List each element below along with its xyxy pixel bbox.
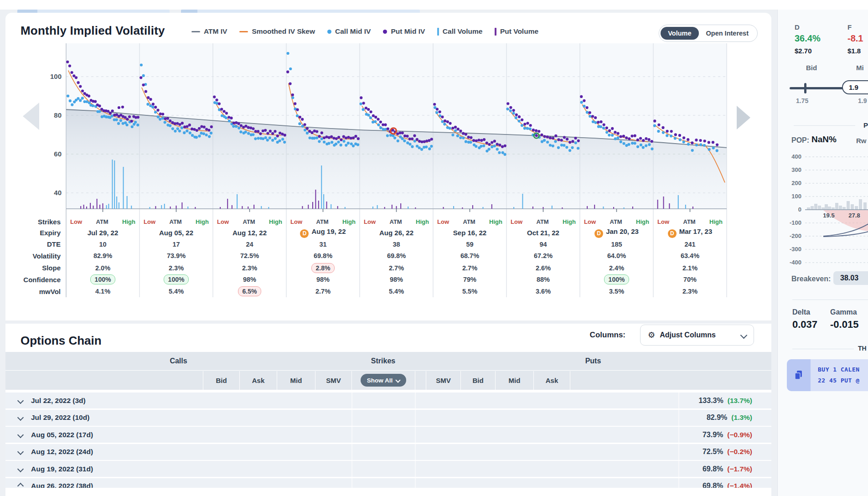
exp-cell-slope: 2.3% — [213, 264, 286, 272]
svg-text:-100: -100 — [790, 219, 801, 226]
breakeven-label: Breakeven: — [791, 275, 831, 283]
strikes-filter-cell: Show All — [351, 371, 415, 390]
exp-row-strikes: StrikesLowATMHighLowATMHighLowATMHighLow… — [5, 217, 727, 227]
chain-expiry-row[interactable]: Aug 19, 2022 (31d)69.8%(−1.7%) — [5, 461, 771, 477]
confidence-badge: 100% — [604, 274, 630, 284]
chain-expiry-date: Jul 22, 2022 (3d) — [31, 397, 86, 405]
price-slider-bid-tick[interactable] — [804, 83, 806, 93]
exp-cell-volatility: 73.9% — [140, 252, 213, 259]
strike-atm-label: ATM — [463, 218, 475, 225]
chain-expiry-row[interactable]: Aug 12, 2022 (24d)72.5%(−0.2%) — [5, 444, 771, 460]
greek-value-gamma: -0.015 — [830, 319, 858, 331]
exp-row-label: Confidence — [5, 276, 66, 284]
exp-cell-dte: 59 — [433, 241, 506, 248]
exp-cell-dte: 241 — [653, 241, 727, 248]
strike-high-label: High — [269, 218, 282, 225]
call-col-bid: Bid — [203, 371, 239, 390]
exp-cell-volatility: 63.4% — [653, 252, 727, 259]
exp-cell-slope: 2.6% — [506, 264, 580, 272]
tab-strip-cap — [181, 10, 197, 13]
chevron-down-icon[interactable] — [17, 414, 24, 421]
chart-next-arrow-icon[interactable] — [737, 106, 750, 129]
exp-row-volatility: Volatility82.9%73.9%72.5%69.8%69.8%68.7%… — [5, 249, 727, 262]
exp-cell-confidence: 70% — [653, 276, 727, 283]
svg-text:19.5: 19.5 — [823, 212, 834, 219]
exp-cell-volatility: 72.5% — [213, 252, 286, 259]
exp-cell-expiry: Aug 26, 22 — [360, 229, 433, 237]
exp-cell-strikes: LowATMHigh — [506, 218, 580, 225]
exp-row-mwvol: mwVol4.1%5.4%6.5%2.7%5.4%5.5%3.6%3.5%2.3… — [5, 285, 727, 297]
strike-high-label: High — [342, 218, 356, 225]
chevron-down-icon[interactable] — [17, 397, 24, 403]
expiry-date[interactable]: Sep 16, 22 — [453, 229, 486, 237]
strike-atm-label: ATM — [243, 218, 255, 225]
exp-row-label: Slope — [5, 264, 66, 272]
exp-cell-confidence: 79% — [433, 276, 506, 283]
chain-expiry-date: Aug 12, 2022 (24d) — [31, 448, 93, 456]
svg-text:100: 100 — [791, 193, 801, 200]
put-col-smv: SMV — [426, 371, 460, 390]
expiry-iv-value: 73.9% — [703, 431, 723, 439]
chain-rows: Jul 22, 2022 (3d)133.3%(13.7%)Jul 29, 20… — [5, 393, 771, 495]
expiry-date[interactable]: Aug 26, 22 — [379, 229, 413, 237]
exp-cell-confidence: 100% — [66, 274, 140, 284]
exp-cell-dte: 94 — [506, 241, 580, 248]
greek-value-delta: 0.037 — [792, 319, 817, 331]
chain-expiry-row[interactable]: Aug 05, 2022 (17d)73.9%(−0.9%) — [5, 427, 771, 443]
trade-ticket[interactable]: BUY 1 CALEN 22 45 PUT @ — [787, 359, 868, 391]
exp-cell-confidence: 100% — [580, 274, 653, 284]
chain-expiry-row[interactable]: Jul 22, 2022 (3d)133.3%(13.7%) — [5, 393, 771, 408]
expiry-iv-value: 133.3% — [698, 397, 723, 405]
expiry-date[interactable]: Aug 12, 22 — [232, 229, 267, 237]
trade-sidebar: D36.4%$2.70F-8.1$1.8 Bid Mi 1.9 1.75 1.9… — [777, 10, 868, 496]
svg-text:-200: -200 — [790, 232, 801, 239]
expiry-date[interactable]: Jul 29, 22 — [88, 229, 119, 237]
divider — [792, 349, 854, 349]
puts-spacer — [570, 371, 771, 390]
top-margin — [0, 0, 868, 10]
exp-cell-volatility: 64.0% — [580, 252, 653, 259]
divider — [794, 125, 855, 126]
strike-low-label: Low — [70, 218, 82, 225]
exp-cell-confidence: 98% — [360, 276, 433, 283]
put-col-mid: Mid — [495, 371, 533, 390]
copy-icon[interactable] — [787, 359, 811, 391]
strike-high-label: High — [563, 218, 576, 225]
price-slider-handle[interactable]: 1.9 — [842, 80, 868, 94]
chain-expiry-row[interactable]: Jul 29, 2022 (10d)82.9%(1.3%) — [5, 410, 771, 426]
exp-cell-dte: 38 — [360, 241, 433, 248]
adjust-columns-button[interactable]: ⚙ Adjust Columns — [640, 325, 754, 346]
exp-cell-volatility: 68.7% — [433, 252, 506, 259]
expiry-iv-change: (−1.7%) — [727, 465, 752, 473]
expiry-date[interactable]: Jan 20, 23 — [606, 227, 639, 235]
exp-cell-slope: 2.8% — [286, 263, 360, 273]
chevron-down-icon[interactable] — [17, 465, 24, 472]
expiry-date[interactable]: Aug 05, 22 — [159, 229, 193, 237]
svg-text:400: 400 — [791, 153, 801, 160]
expiry-date[interactable]: Aug 19, 22 — [311, 227, 346, 235]
expiry-date[interactable]: Oct 21, 22 — [527, 229, 559, 237]
strike-atm-label: ATM — [389, 218, 402, 225]
exp-cell-mwvol: 5.4% — [140, 288, 213, 295]
exp-cell-confidence: 98% — [213, 276, 286, 283]
expiry-iv-value: 82.9% — [707, 413, 727, 422]
chain-expiry-date: Aug 05, 2022 (17d) — [31, 431, 93, 439]
exp-cell-expiry: Aug 05, 22 — [140, 229, 213, 237]
dividend-badge: D — [668, 229, 677, 238]
expiry-date[interactable]: Mar 17, 23 — [679, 227, 713, 235]
chart-prev-arrow-icon[interactable] — [23, 103, 39, 130]
exp-cell-slope: 2.1% — [653, 264, 727, 272]
chevron-down-icon[interactable] — [17, 449, 24, 455]
options-chain-card: Options Chain Columns: ⚙ Adjust Columns … — [5, 324, 771, 496]
exp-row-label: Strikes — [5, 218, 66, 226]
strike-high-label: High — [416, 218, 429, 225]
chevron-down-icon[interactable] — [17, 431, 24, 438]
exp-cell-mwvol: 3.6% — [506, 288, 580, 295]
strike-low-label: Low — [584, 218, 596, 225]
exp-cell-strikes: LowATMHigh — [653, 218, 727, 225]
exp-cell-mwvol: 6.5% — [213, 286, 286, 296]
show-all-button[interactable]: Show All — [361, 374, 407, 387]
exp-cell-volatility: 69.8% — [286, 252, 360, 259]
divider — [792, 300, 868, 300]
expiry-iv-change: (1.3%) — [731, 413, 752, 422]
